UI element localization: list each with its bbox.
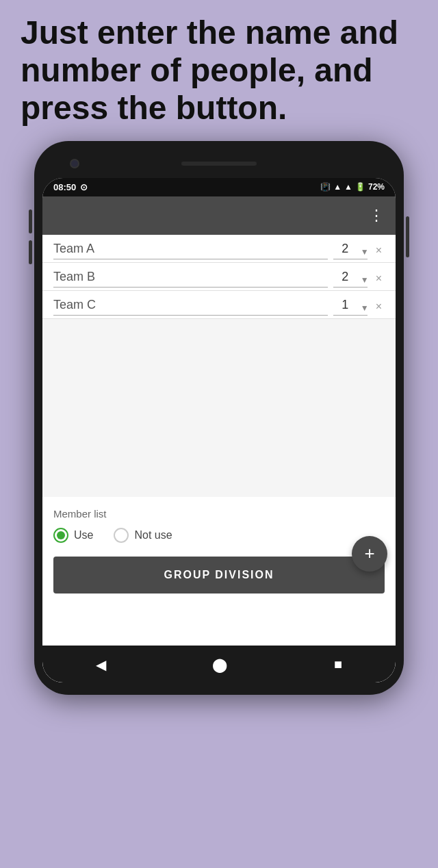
battery-percent: 72% [368,182,385,192]
speaker [181,162,257,166]
team-b-remove-button[interactable]: × [373,273,385,284]
status-right: 📳 ▲ ▲ 🔋 72% [320,182,385,192]
phone-screen: 08:50 ⊙ 📳 ▲ ▲ 🔋 72% ⋮ ▼ [42,178,396,682]
team-b-name-input[interactable] [53,270,328,288]
team-row: ▼ × [42,263,396,291]
use-radio-inner [57,531,65,539]
status-left: 08:50 ⊙ [53,182,88,192]
vol-down-btn [29,240,32,264]
radio-group: Use Not use [53,528,385,543]
phone-device: 08:50 ⊙ 📳 ▲ ▲ 🔋 72% ⋮ ▼ [34,141,404,695]
phone-top-bar [42,153,396,174]
nav-bar: ◀ ⬤ ■ [42,646,396,682]
empty-area [42,319,396,497]
spinner-arrow-icon: ▼ [361,247,369,257]
spinner-arrow-icon: ▼ [361,275,369,285]
not-use-radio-option[interactable]: Not use [114,528,172,543]
team-a-count-wrapper: ▼ [333,242,368,259]
spinner-arrow-icon: ▼ [361,303,369,313]
team-a-name-input[interactable] [53,242,328,259]
group-division-button[interactable]: GROUP DIVISION [53,557,385,593]
camera [70,159,79,168]
nav-home-button[interactable]: ⬤ [198,654,241,676]
status-circle-icon: ⊙ [80,182,88,192]
not-use-radio-label: Not use [134,529,172,541]
team-a-remove-button[interactable]: × [373,245,385,256]
member-list-label: Member list [53,508,385,520]
status-time: 08:50 [53,182,76,192]
team-c-remove-button[interactable]: × [373,301,385,312]
power-btn [406,216,409,257]
battery-icon: 🔋 [355,182,365,192]
signal-icon: ▲ [344,182,352,192]
headline: Just enter the name and number of people… [0,14,438,141]
bottom-section: Member list Use Not use GROUP DIVISION [42,497,396,607]
team-c-name-input[interactable] [53,298,328,316]
use-radio-label: Use [74,529,93,541]
status-bar: 08:50 ⊙ 📳 ▲ ▲ 🔋 72% [42,178,396,196]
menu-dots-icon[interactable]: ⋮ [369,207,385,225]
team-c-count-wrapper: ▼ [333,298,368,316]
nav-recent-button[interactable]: ■ [320,654,356,675]
not-use-radio-circle [114,528,129,543]
vibrate-icon: 📳 [320,182,331,192]
fab-add-button[interactable]: + [352,536,387,572]
use-radio-option[interactable]: Use [53,528,93,543]
team-b-count-wrapper: ▼ [333,270,368,288]
app-content: ▼ × ▼ × ▼ × [42,235,396,646]
team-row: ▼ × [42,291,396,319]
use-radio-circle [53,528,68,543]
nav-back-button[interactable]: ◀ [82,654,120,676]
team-row: ▼ × [42,235,396,263]
wifi-icon: ▲ [333,182,342,192]
vol-up-btn [29,209,32,233]
app-toolbar: ⋮ [42,196,396,235]
